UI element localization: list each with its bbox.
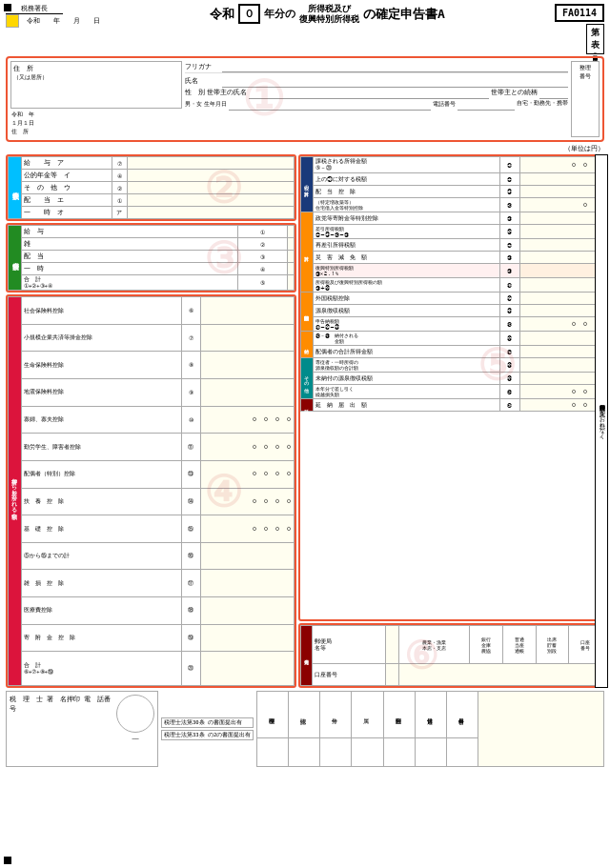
shotoku-total-label: 所得税及び復興特別所得税の額㉙＋㉚ xyxy=(314,278,500,293)
saigai-input[interactable] xyxy=(519,252,601,264)
seitou-label: 政党等寄附金等特別控除 xyxy=(314,212,500,225)
personal-row: 性 別 世帯主の氏名 世帯主との続柄 xyxy=(185,89,568,99)
fuyo-value: ０ ０ ０ ０ xyxy=(200,488,294,515)
phone-input[interactable] xyxy=(458,100,515,111)
kifu-input[interactable] xyxy=(200,624,294,652)
kinro-label: 勤労学生、障害者控除 xyxy=(22,434,182,461)
bank-name-input[interactable] xyxy=(386,626,398,664)
phone-type: 自宅・勤務先・携帯 xyxy=(517,100,568,111)
nofu-input[interactable] xyxy=(519,332,601,346)
seimei-circle: ⑧ xyxy=(182,352,201,379)
title-suffix: の確定申告書A xyxy=(363,6,445,23)
ichiji-input[interactable] xyxy=(127,207,294,219)
gender-value: 世帯主の氏名 xyxy=(207,89,247,99)
fukko-base-circle: ㉙ xyxy=(499,264,519,278)
dob-label: 生年月日 xyxy=(204,100,227,111)
shinkoku-value: ０ ０ ０ xyxy=(519,317,601,332)
minou-input[interactable] xyxy=(519,373,601,385)
section6: 還付先 郵便局名等 農業・漁業本店・支店 銀行金庫農協 普通当座通帳 出席貯蓄別… xyxy=(298,623,604,688)
fuyo-label: 扶 養 控 除 xyxy=(22,488,182,515)
bank-misc-input[interactable] xyxy=(398,664,601,686)
processing-table-wrapper: 整理欄 確認 年分 属 区分種別 通信日付 申告年月日 xyxy=(256,691,604,767)
gaizei-input[interactable] xyxy=(519,293,601,305)
seimei-input[interactable] xyxy=(200,352,294,379)
seimei-label: 生命保険料控除 xyxy=(22,352,182,379)
col-seiri: 整理欄 xyxy=(257,692,289,738)
bottom-area: 税 理 士 署 名押印 電 話番号 —— 税理士法第30条 の書面提出有 税理士… xyxy=(6,691,604,767)
section5: 税の計算 課税される所得金額⑤－⑳ ㉑ ０ ０ ０ 上の㉑に対する税額 ㉒ 配 … xyxy=(298,154,604,621)
seitou-circle: ㉕ xyxy=(499,212,519,225)
col-tsushin: 通信日付 xyxy=(415,692,446,738)
kyuyo-shotoku-input[interactable] xyxy=(288,226,295,238)
haito-kojo-input[interactable] xyxy=(519,186,601,198)
shinkoku-circle: ㉞ xyxy=(499,317,519,332)
seitou-input[interactable] xyxy=(519,212,601,225)
jishin-label: 地震保険料控除 xyxy=(22,379,182,407)
shakai-input[interactable] xyxy=(200,297,294,325)
ueno-label: 上の㉑に対する税額 xyxy=(314,173,500,186)
unit-label: （単位は円） xyxy=(6,145,604,153)
kakunin-input[interactable] xyxy=(289,738,320,767)
yellow-square xyxy=(6,14,19,28)
fukko-base-label: 復興特別所得税額㉙×２.１% xyxy=(314,264,500,278)
name-input[interactable] xyxy=(222,74,568,88)
section1: 住 所 （又は居所） 令和 年１月１日住 所 フリガナ 氏名 性 別 世帯主の氏… xyxy=(6,56,604,142)
col-nenbun: 年分 xyxy=(320,692,352,738)
gokei-input[interactable] xyxy=(288,275,295,291)
shinkoku-label: 申告納税額㉛－㉜－㉝ xyxy=(314,317,500,332)
kubun-input[interactable] xyxy=(383,738,415,767)
shotoku-total-input[interactable] xyxy=(519,278,601,293)
zaison-input[interactable] xyxy=(200,570,294,597)
shoukibo-input[interactable] xyxy=(200,324,294,352)
date-label: 令和 年 月 日 xyxy=(27,16,100,26)
nenkin-input[interactable] xyxy=(127,170,294,182)
nofu-circle: ㊱ xyxy=(499,332,519,346)
gensen-input[interactable] xyxy=(519,305,601,317)
zoku-input[interactable] xyxy=(352,738,383,767)
iryou-input[interactable] xyxy=(200,597,294,625)
saihiki2-input[interactable] xyxy=(519,239,601,252)
sonota-header: その他 xyxy=(301,358,314,399)
jishin-input[interactable] xyxy=(200,379,294,407)
shinko-input[interactable] xyxy=(446,738,478,767)
section2: 収入金額等 給 与 ア ⑦ 公的年金等 イ ④ そ の 他 ウ ② xyxy=(6,154,296,221)
gaizei-header: 外国税額控除 xyxy=(301,293,314,332)
fukko-base-input[interactable] xyxy=(519,264,601,278)
zatsu-circle: ② xyxy=(238,238,288,251)
ichiji-shotoku-input[interactable] xyxy=(288,263,295,275)
spouse-input[interactable] xyxy=(249,89,489,99)
relation-input[interactable] xyxy=(539,89,568,99)
reg-label: 整理番号 xyxy=(580,64,591,81)
bank-acct-input[interactable] xyxy=(386,664,398,686)
address-field[interactable]: 住 所 （又は居所） xyxy=(10,61,182,109)
seiri-input[interactable] xyxy=(257,738,289,767)
corner-tl xyxy=(4,4,11,11)
saihiki-input[interactable] xyxy=(519,225,601,239)
gokei-deduct-input[interactable] xyxy=(200,542,294,570)
minou-label: 未納付の源泉徴収税額 xyxy=(314,373,500,385)
reg-number-box: 整理番号 xyxy=(571,61,600,137)
processing-input1[interactable] xyxy=(478,692,603,767)
tsushin-input[interactable] xyxy=(415,738,446,767)
haito-shotoku-input[interactable] xyxy=(288,251,295,263)
haito-kojo-circle: ㉓ xyxy=(499,186,519,198)
haigusha-gokei-input[interactable] xyxy=(519,346,601,358)
total-deduct-input[interactable] xyxy=(200,652,294,686)
title-prefix: 令和 xyxy=(210,6,234,23)
col-zoku: 属 xyxy=(352,692,383,738)
kyuyo-input[interactable] xyxy=(127,157,294,170)
haigusha-gokei-circle: ㊲ xyxy=(499,346,519,358)
haito-input[interactable] xyxy=(127,194,294,207)
seal-dash: —— xyxy=(132,735,138,741)
nenbun-input[interactable] xyxy=(320,738,352,767)
ueno-input[interactable] xyxy=(519,173,601,186)
total-deduct-circle: ⑳ xyxy=(182,652,201,686)
furigana-input[interactable] xyxy=(222,61,568,72)
address-sub-label: （又は居所） xyxy=(13,73,48,80)
saigai-circle: ㉘ xyxy=(499,252,519,264)
dob-input[interactable] xyxy=(229,100,431,111)
name-label: 氏名 xyxy=(185,77,218,86)
sonota-input[interactable] xyxy=(127,182,294,194)
zatsu-input[interactable] xyxy=(288,238,295,251)
senjusha-input[interactable] xyxy=(519,358,601,373)
